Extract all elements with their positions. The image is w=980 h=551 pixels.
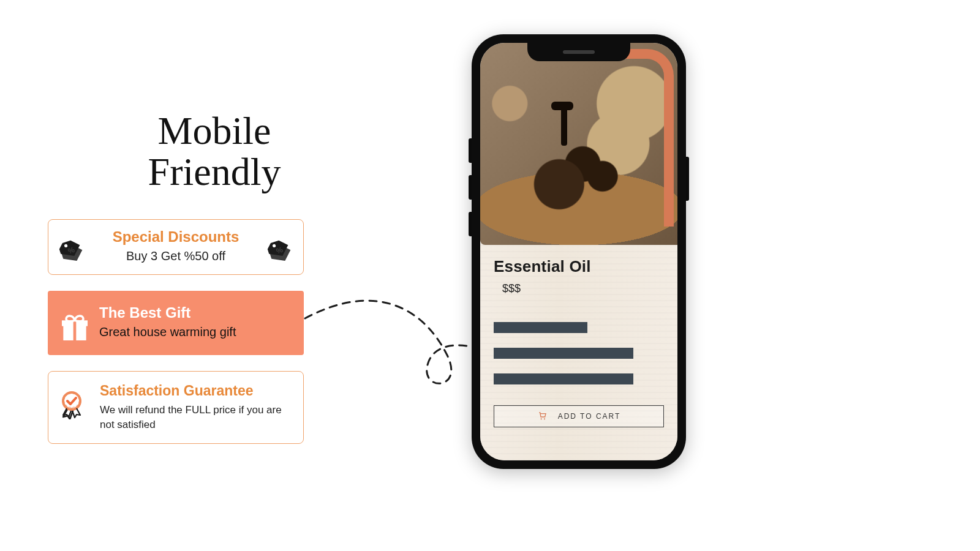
add-to-cart-label: ADD TO CART — [558, 412, 621, 421]
card-best-gift: The Best Gift Great house warming gift — [48, 291, 304, 355]
price-tag-icon: % — [264, 236, 296, 268]
card-subtitle: Buy 3 Get %50 off — [59, 249, 292, 263]
guarantee-badge-icon — [56, 389, 88, 421]
card-special-discounts: % Special Discounts Buy 3 Get %50 off % — [48, 219, 304, 275]
svg-point-8 — [540, 418, 541, 419]
card-satisfaction-guarantee: Satisfaction Guarantee We will refund th… — [48, 371, 304, 444]
placeholder-line — [494, 373, 633, 384]
price-tag-icon: % — [56, 236, 88, 268]
product-title: Essential Oil — [494, 257, 664, 276]
card-title: Satisfaction Guarantee — [59, 383, 292, 399]
placeholder-line — [494, 348, 633, 359]
card-title: The Best Gift — [59, 304, 293, 321]
description-placeholder — [494, 322, 664, 384]
card-subtitle: We will refund the FULL price if you are… — [59, 403, 292, 432]
phone-mockup: Essential Oil $$$ ADD TO CART — [472, 34, 686, 469]
add-to-cart-button[interactable]: ADD TO CART — [494, 405, 664, 427]
card-subtitle: Great house warming gift — [59, 325, 293, 339]
phone-notch — [527, 43, 630, 61]
placeholder-line — [494, 322, 587, 333]
headline: Mobile Friendly — [104, 110, 325, 192]
phone-screen: Essential Oil $$$ ADD TO CART — [480, 43, 677, 460]
product-price: $$$ — [502, 282, 664, 295]
product-hero-image — [480, 43, 677, 245]
product-panel: Essential Oil $$$ ADD TO CART — [480, 245, 677, 460]
corner-accent — [606, 49, 674, 227]
card-title: Special Discounts — [59, 228, 292, 246]
feature-cards: % Special Discounts Buy 3 Get %50 off % — [48, 219, 304, 444]
svg-rect-6 — [74, 320, 77, 340]
cart-icon — [537, 411, 547, 422]
gift-icon — [56, 309, 93, 346]
svg-point-9 — [544, 418, 545, 419]
